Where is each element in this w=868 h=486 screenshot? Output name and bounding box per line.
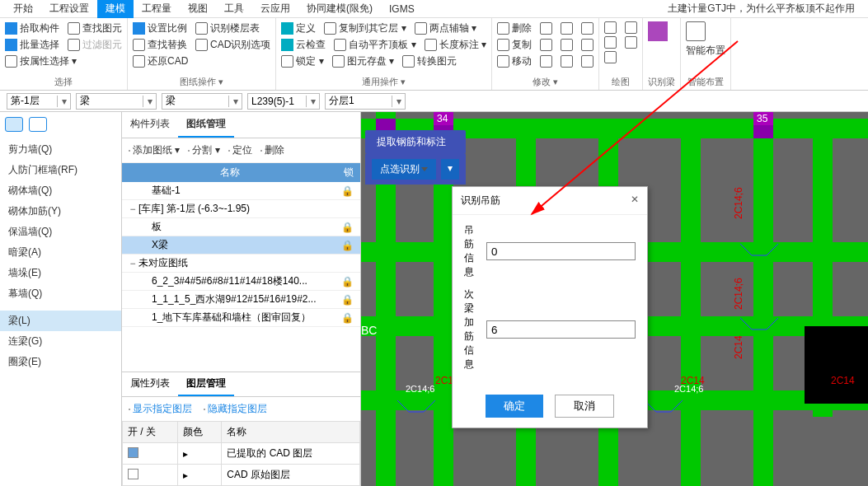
two-point-axis-button[interactable]: 两点辅轴 ▾	[415, 21, 476, 35]
show-layer-button[interactable]: 显示指定图层	[129, 402, 192, 416]
menu-item[interactable]: 工程量	[134, 0, 180, 18]
copy-button[interactable]: 复制	[497, 38, 532, 52]
list-view-icon[interactable]	[5, 117, 23, 132]
locate-button[interactable]: 定位	[228, 143, 252, 157]
menu-item[interactable]: 视图	[180, 0, 216, 18]
copy-other-layer-button[interactable]: 复制到其它层 ▾	[324, 21, 406, 35]
floor-select[interactable]: ▾	[7, 93, 71, 110]
color-cell[interactable]: ▸	[178, 443, 222, 465]
sidebar-item[interactable]: 砌体墙(Q)	[0, 180, 121, 201]
split-button[interactable]: 分割 ▾	[188, 143, 219, 157]
define-button[interactable]: 定义	[281, 21, 316, 35]
point-detect-button[interactable]: 点选识别	[372, 159, 436, 180]
chevron-down-icon[interactable]: ▾	[143, 96, 156, 107]
detect-floor-table-button[interactable]: 识别楼层表	[195, 21, 260, 35]
line-button[interactable]	[625, 21, 637, 34]
lock-icon[interactable]: 🔒	[339, 294, 355, 306]
sidebar-item[interactable]	[0, 304, 121, 311]
point-button[interactable]	[604, 21, 617, 34]
sidebar-item[interactable]: 保温墙(Q)	[0, 222, 121, 242]
pick-element-button[interactable]: 拾取构件	[5, 21, 59, 35]
smart-layout-button[interactable]	[686, 21, 706, 41]
move-button[interactable]: 移动	[497, 54, 532, 68]
cad-detect-options-button[interactable]: CAD识别选项	[195, 38, 270, 52]
tree-node[interactable]: −[车库] 第-1层 (-6.3~-1.95)	[122, 200, 360, 218]
find-replace-button[interactable]: 查找替换	[133, 38, 187, 52]
menu-item[interactable]: IGMS	[381, 1, 423, 17]
split-button[interactable]	[581, 54, 594, 68]
detect-beam-button[interactable]	[648, 21, 668, 41]
find-element-button[interactable]: 查找图元	[68, 21, 122, 35]
tab-layers[interactable]: 图层管理	[178, 372, 234, 396]
set-scale-button[interactable]: 设置比例	[133, 21, 187, 35]
merge-button[interactable]	[581, 38, 594, 52]
beam-select[interactable]: ▾	[247, 93, 320, 110]
curve-button[interactable]	[604, 51, 617, 63]
filter-button[interactable]: 过滤图元	[68, 38, 122, 52]
tab-drawings[interactable]: 图纸管理	[178, 112, 234, 138]
sidebar-item[interactable]: 圈梁(E)	[0, 352, 121, 372]
cat1-select[interactable]: ▾	[76, 93, 157, 110]
menu-item[interactable]: 协同建模(限免)	[298, 0, 381, 18]
ok-button[interactable]: 确定	[486, 395, 543, 418]
beam-input[interactable]	[248, 94, 306, 109]
floor-input[interactable]	[7, 94, 57, 109]
restore-cad-button[interactable]: 还原CAD	[133, 54, 188, 68]
rotate-button[interactable]	[540, 21, 552, 35]
cat2-select[interactable]: ▾	[162, 93, 242, 110]
add-drawing-button[interactable]: 添加图纸 ▾	[129, 143, 180, 157]
sidebar-item[interactable]: 砌体加筋(Y)	[0, 201, 121, 222]
lock-icon[interactable]: 🔒	[339, 222, 355, 233]
expander-icon[interactable]: −	[127, 258, 138, 269]
menu-item[interactable]: 云应用	[252, 0, 298, 18]
tab-attributes[interactable]: 属性列表	[122, 372, 178, 396]
chevron-down-icon[interactable]: ▾	[228, 96, 242, 107]
select-by-attr-button[interactable]: 按属性选择 ▾	[5, 54, 77, 68]
tree-node[interactable]: X梁🔒	[122, 236, 360, 255]
lock-icon[interactable]: 🔒	[339, 185, 355, 197]
auto-level-button[interactable]: 自动平齐顶板 ▾	[334, 38, 415, 52]
beam-detect-palette[interactable]: 提取钢筋和标注 点选识别 ▾	[365, 130, 466, 185]
cancel-button[interactable]: 取消	[555, 395, 614, 418]
checkbox[interactable]	[128, 447, 138, 458]
chevron-down-icon[interactable]: ▾	[306, 96, 319, 107]
layer-input[interactable]	[326, 94, 392, 109]
batch-select-button[interactable]: 批量选择	[5, 38, 59, 52]
sidebar-item[interactable]: 连梁(G)	[0, 331, 121, 352]
sidebar-item[interactable]: 梁(L)	[0, 311, 121, 331]
tree-node[interactable]: −未对应图纸	[122, 255, 360, 273]
break-button[interactable]	[561, 54, 573, 68]
layer-select[interactable]: ▾	[325, 93, 406, 110]
chevron-down-icon[interactable]: ▾	[57, 96, 70, 107]
tree-node[interactable]: 1_1_1_5_西水湖9#12#15#16#19#2...🔒	[122, 291, 360, 309]
save-elems-button[interactable]: 图元存盘 ▾	[332, 54, 394, 68]
palette-header[interactable]: 提取钢筋和标注	[365, 130, 466, 154]
cat1-input[interactable]	[77, 94, 143, 109]
expander-icon[interactable]: −	[127, 203, 138, 215]
trim-button[interactable]	[561, 21, 573, 35]
cloud-check-button[interactable]: 云检查	[281, 38, 326, 52]
menu-item[interactable]: 工程设置	[41, 0, 97, 18]
table-row[interactable]: ▸CAD 原始图层	[123, 465, 360, 486]
tree-node[interactable]: 6_2_3#4#5#6#8#11#14#18楼140...🔒	[122, 273, 360, 291]
menu-item[interactable]: 开始	[5, 0, 41, 18]
convert-elems-button[interactable]: 转换图元	[402, 54, 457, 68]
tree-node[interactable]: 基础-1🔒	[122, 182, 360, 200]
polyline-button[interactable]	[604, 36, 617, 49]
mirror-button[interactable]	[540, 38, 552, 52]
menu-item[interactable]: 建模	[97, 0, 134, 18]
color-cell[interactable]: ▸	[178, 465, 222, 486]
hanger-info-input[interactable]	[486, 242, 636, 260]
length-dim-button[interactable]: 长度标注 ▾	[425, 38, 486, 52]
lock-icon[interactable]: 🔒	[339, 240, 355, 251]
lock-icon[interactable]: 🔒	[339, 312, 355, 324]
sidebar-item[interactable]: 暗梁(A)	[0, 242, 121, 263]
align-button[interactable]	[561, 38, 573, 52]
rect-button[interactable]	[625, 36, 637, 49]
checkbox[interactable]	[128, 469, 138, 479]
sidebar-item[interactable]: 幕墙(Q)	[0, 283, 121, 304]
card-view-icon[interactable]	[29, 117, 47, 132]
secondary-beam-input[interactable]	[486, 320, 636, 339]
sidebar-item[interactable]: 墙垛(E)	[0, 263, 121, 283]
tab-components[interactable]: 构件列表	[122, 112, 178, 138]
